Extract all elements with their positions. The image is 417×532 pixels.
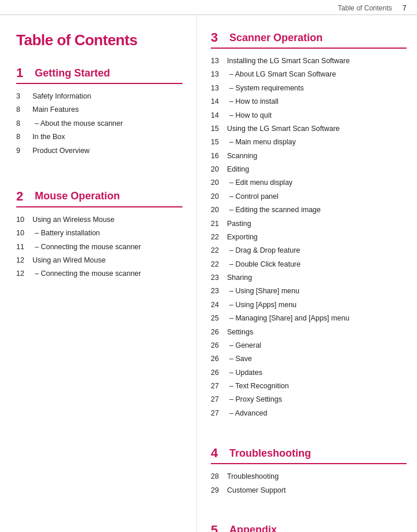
- section-5-number: 5: [211, 523, 224, 532]
- toc-item: 8 – About the mouse scanner: [16, 117, 182, 130]
- section-2-title: Mouse Operation: [35, 190, 120, 202]
- toc-item: 10 Using an Wireless Mouse: [16, 213, 182, 227]
- section-3-header: 3 Scanner Operation: [211, 30, 407, 49]
- toc-item: 15 – Main menu display: [211, 136, 407, 149]
- toc-item: 27 – Proxy Settings: [211, 393, 407, 406]
- toc-item: 12 Using an Wired Mouse: [16, 254, 182, 267]
- toc-item: 29 Customer Support: [211, 484, 407, 497]
- toc-item: 3 Safety Information: [16, 90, 182, 103]
- topbar-page: 7: [403, 3, 407, 12]
- left-column: Table of Contents 1 Getting Started 3 Sa…: [0, 15, 197, 532]
- toc-item: 21 Pasting: [211, 217, 407, 231]
- toc-item: 20 Editing: [211, 163, 407, 176]
- section-1-list: 3 Safety Information 8 Main Features 8 –…: [16, 90, 182, 158]
- section-4-header: 4 Troubleshooting: [211, 446, 407, 464]
- section-3-title: Scanner Operation: [229, 32, 323, 44]
- toc-item: 27 – Text Recognition: [211, 380, 407, 393]
- toc-item: 26 – General: [211, 339, 407, 352]
- section-5-header: 5 Appendix: [211, 523, 407, 532]
- top-bar: Table of Contents 7: [0, 0, 417, 15]
- toc-item: 16 Scanning: [211, 150, 407, 163]
- toc-item: 20 – Edit menu display: [211, 176, 407, 190]
- section-2-header: 2 Mouse Operation: [16, 189, 182, 207]
- toc-item: 13 – About LG Smart Scan Software: [211, 68, 407, 81]
- topbar-label: Table of Contents: [338, 4, 392, 12]
- section-2-number: 2: [16, 189, 29, 204]
- toc-item: 26 – Updates: [211, 366, 407, 380]
- toc-item: 23 Sharing: [211, 271, 407, 285]
- toc-item: 23 – Using [Share] menu: [211, 285, 407, 298]
- toc-item: 25 – Managing [Share] and [Apps] menu: [211, 312, 407, 325]
- right-column: 3 Scanner Operation 13 Installing the LG…: [197, 15, 417, 532]
- section-1-title: Getting Started: [35, 67, 110, 79]
- toc-item: 10 – Battery installation: [16, 227, 182, 240]
- toc-item: 11 – Connecting the mouse scanner: [16, 241, 182, 254]
- section-2-list: 10 Using an Wireless Mouse 10 – Battery …: [16, 213, 182, 281]
- toc-item: 9 Product Overview: [16, 144, 182, 158]
- toc-item: 20 – Control panel: [211, 190, 407, 203]
- toc-item: 8 In the Box: [16, 130, 182, 144]
- toc-item: 13 Installing the LG Smart Scan Software: [211, 54, 407, 68]
- section-1-number: 1: [16, 65, 29, 81]
- section-4-list: 28 Troubleshooting 29 Customer Support: [211, 470, 407, 497]
- section-5-title: Appendix: [229, 524, 277, 532]
- toc-item: 27 – Advanced: [211, 407, 407, 420]
- toc-item: 12 – Connecting the mouse scanner: [16, 267, 182, 280]
- toc-item: 22 – Double Click feature: [211, 258, 407, 271]
- toc-item: 20 – Editing the scanned image: [211, 203, 407, 217]
- toc-item: 22 Exporting: [211, 231, 407, 244]
- main-content: Table of Contents 1 Getting Started 3 Sa…: [0, 15, 417, 532]
- section-4-title: Troubleshooting: [229, 447, 311, 460]
- toc-item: 24 – Using [Apps] menu: [211, 298, 407, 312]
- toc-item: 15 Using the LG Smart Scan Software: [211, 122, 407, 136]
- toc-item: 13 – System requirements: [211, 82, 407, 95]
- toc-item: 14 – How to install: [211, 95, 407, 108]
- toc-item: 8 Main Features: [16, 103, 182, 116]
- section-4-number: 4: [211, 446, 224, 461]
- toc-item: 22 – Drag & Drop feature: [211, 244, 407, 257]
- section-1-header: 1 Getting Started: [16, 65, 182, 84]
- toc-item: 14 – How to quit: [211, 109, 407, 122]
- toc-item: 28 Troubleshooting: [211, 470, 407, 483]
- section-3-number: 3: [211, 30, 224, 45]
- toc-item: 26 Settings: [211, 326, 407, 339]
- section-3-list: 13 Installing the LG Smart Scan Software…: [211, 54, 407, 420]
- toc-item: 26 – Save: [211, 352, 407, 366]
- page-title: Table of Contents: [16, 31, 182, 49]
